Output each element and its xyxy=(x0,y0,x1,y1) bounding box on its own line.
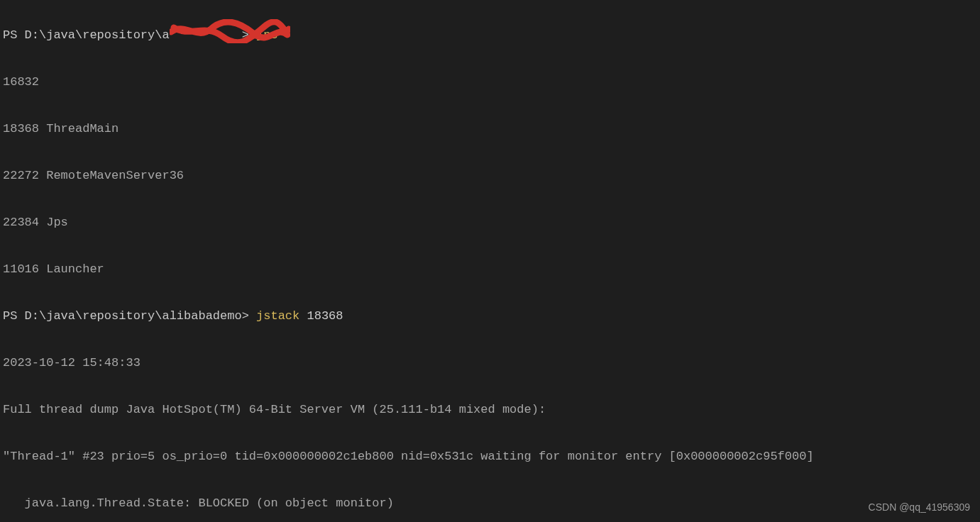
watermark-text: CSDN @qq_41956309 xyxy=(869,502,970,512)
jps-row: 22384 Jps xyxy=(3,211,977,234)
command-arg: 18368 xyxy=(299,309,343,323)
jps-row: 16832 xyxy=(3,70,977,94)
redaction-scribble-icon: libabademo xyxy=(170,23,242,47)
jps-row: 11016 Launcher xyxy=(3,257,977,281)
prompt-prefix: PS D:\java\repository\a xyxy=(3,28,170,42)
jstack-timestamp: 2023-10-12 15:48:33 xyxy=(3,351,977,374)
thread-state: java.lang.Thread.State: BLOCKED (on obje… xyxy=(3,492,977,515)
command-jstack: jstack xyxy=(256,309,299,323)
jstack-header: Full thread dump Java HotSpot(TM) 64-Bit… xyxy=(3,398,977,421)
jps-row: 22272 RemoteMavenServer36 xyxy=(3,164,977,187)
prompt-line-2: PS D:\java\repository\alibabademo> jstac… xyxy=(3,304,977,328)
jps-row: 18368 ThreadMain xyxy=(3,117,977,140)
thread-header: "Thread-1" #23 prio=5 os_prio=0 tid=0x00… xyxy=(3,445,977,468)
prompt-line-1: PS D:\java\repository\alibabademo> jps xyxy=(3,23,977,47)
prompt-suffix: > xyxy=(242,28,256,42)
terminal-output: PS D:\java\repository\alibabademo> jps 1… xyxy=(0,0,980,522)
prompt-text: PS D:\java\repository\alibabademo> xyxy=(3,309,256,323)
command-jps: jps xyxy=(256,28,278,42)
